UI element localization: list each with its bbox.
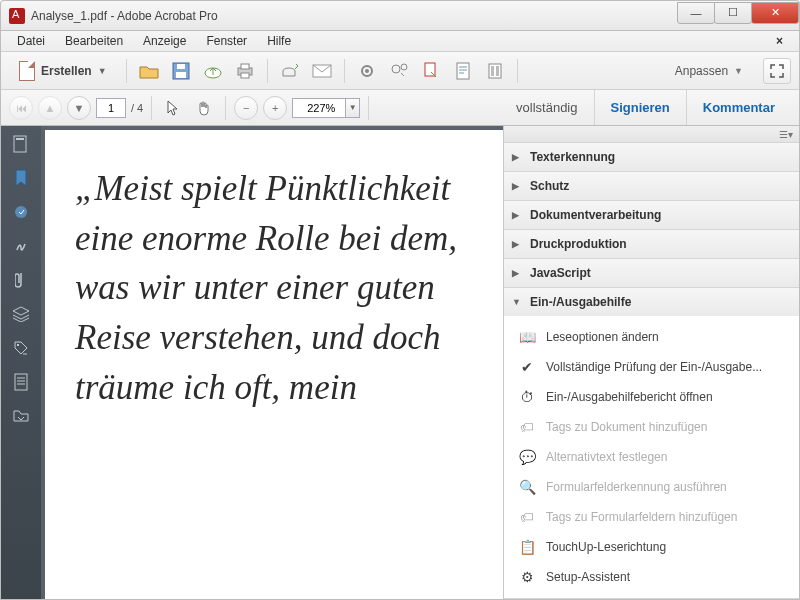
minimize-button[interactable]: — xyxy=(677,2,715,24)
document-viewport[interactable]: „Meist spielt Pünktlichkeit eine enorme … xyxy=(41,126,503,599)
tool-item[interactable]: ⏱Ein-/Ausgabehilfebericht öffnen xyxy=(504,382,799,412)
maximize-button[interactable]: ☐ xyxy=(714,2,752,24)
tool-label: TouchUp-Leserichtung xyxy=(546,540,666,554)
cloud-button[interactable] xyxy=(200,58,226,84)
nav-kommentar[interactable]: Kommentar xyxy=(686,90,791,125)
tool-icon: 🏷 xyxy=(518,508,536,526)
svg-rect-2 xyxy=(177,64,185,69)
tool-icon: ✔ xyxy=(518,358,536,376)
tool-icon: ⏱ xyxy=(518,388,536,406)
accordion-section[interactable]: ▶Druckproduktion xyxy=(504,230,799,258)
tool-label: Vollständige Prüfung der Ein-/Ausgabe... xyxy=(546,360,762,374)
tool-label: Leseoptionen ändern xyxy=(546,330,659,344)
share-button[interactable] xyxy=(277,58,303,84)
print-button[interactable] xyxy=(232,58,258,84)
window-title: Analyse_1.pdf - Adobe Acrobat Pro xyxy=(31,9,678,23)
thumbnails-icon[interactable] xyxy=(11,134,31,154)
menu-bearbeiten[interactable]: Bearbeiten xyxy=(55,32,133,50)
accordion-label: Druckproduktion xyxy=(530,237,627,251)
tool-label: Ein-/Ausgabehilfebericht öffnen xyxy=(546,390,713,404)
tool-icon: 💬 xyxy=(518,448,536,466)
menu-hilfe[interactable]: Hilfe xyxy=(257,32,301,50)
signatures-icon[interactable] xyxy=(11,236,31,256)
accordion-section[interactable]: ▶Dokumentverarbeitung xyxy=(504,201,799,229)
main-area: „Meist spielt Pünktlichkeit eine enorme … xyxy=(0,126,800,600)
form-button[interactable] xyxy=(450,58,476,84)
tool-icon: 📋 xyxy=(518,538,536,556)
zoom-out-button[interactable]: − xyxy=(234,96,258,120)
next-page-button[interactable]: ▼ xyxy=(67,96,91,120)
close-button[interactable]: ✕ xyxy=(751,2,799,24)
customize-button[interactable]: Anpassen ▼ xyxy=(667,60,751,82)
create-page-icon xyxy=(19,61,35,81)
attachments-icon[interactable] xyxy=(11,202,31,222)
tool-item[interactable]: ✔Vollständige Prüfung der Ein-/Ausgabe..… xyxy=(504,352,799,382)
layers-icon[interactable] xyxy=(11,304,31,324)
clip-icon[interactable] xyxy=(11,270,31,290)
menu-close-icon[interactable]: × xyxy=(766,32,793,50)
accordion-section[interactable]: ▶JavaScript xyxy=(504,259,799,287)
accordion-section[interactable]: ▶Texterkennung xyxy=(504,143,799,171)
zoom-input[interactable]: 227% xyxy=(292,98,346,118)
accordion-label: Schutz xyxy=(530,179,569,193)
menu-datei[interactable]: Datei xyxy=(7,32,55,50)
edit-pdf-button[interactable] xyxy=(418,58,444,84)
content-icon[interactable] xyxy=(11,406,31,426)
chevron-right-icon: ▶ xyxy=(512,152,522,162)
left-nav-pane xyxy=(1,126,41,599)
export-button[interactable] xyxy=(386,58,412,84)
tool-item[interactable]: ⚙Setup-Assistent xyxy=(504,562,799,592)
svg-rect-6 xyxy=(241,73,249,78)
zoom-in-button[interactable]: + xyxy=(263,96,287,120)
accordion-section[interactable]: ▶Schutz xyxy=(504,172,799,200)
document-text: „Meist spielt Pünktlichkeit eine enorme … xyxy=(75,164,483,412)
chevron-down-icon: ▼ xyxy=(734,66,743,76)
panel-menu-icon[interactable]: ☰▾ xyxy=(779,129,793,140)
svg-point-9 xyxy=(365,69,369,73)
fullscreen-button[interactable] xyxy=(763,58,791,84)
chevron-right-icon: ▶ xyxy=(512,268,522,278)
accordion-section[interactable]: ▼Ein-/Ausgabehilfe xyxy=(504,288,799,316)
order-icon[interactable] xyxy=(11,372,31,392)
menu-anzeige[interactable]: Anzeige xyxy=(133,32,196,50)
first-page-button[interactable]: ⏮ xyxy=(9,96,33,120)
bookmark-icon[interactable] xyxy=(11,168,31,188)
svg-rect-20 xyxy=(17,344,19,346)
chevron-down-icon: ▼ xyxy=(512,297,522,307)
tool-label: Tags zu Dokument hinzufügen xyxy=(546,420,707,434)
tool-item[interactable]: 📖Leseoptionen ändern xyxy=(504,322,799,352)
svg-rect-18 xyxy=(16,138,24,140)
svg-rect-1 xyxy=(176,72,186,78)
svg-rect-16 xyxy=(496,66,499,76)
svg-point-11 xyxy=(401,64,407,70)
create-label: Erstellen xyxy=(41,64,92,78)
tool-item: 🏷Tags zu Formularfeldern hinzufügen xyxy=(504,502,799,532)
chevron-right-icon: ▶ xyxy=(512,210,522,220)
accordion-label: Texterkennung xyxy=(530,150,615,164)
select-tool-button[interactable] xyxy=(160,95,186,121)
gear-button[interactable] xyxy=(354,58,380,84)
nav-vollstaendig[interactable]: vollständig xyxy=(500,90,593,125)
chevron-right-icon: ▶ xyxy=(512,239,522,249)
menu-fenster[interactable]: Fenster xyxy=(196,32,257,50)
zoom-dropdown-button[interactable]: ▼ xyxy=(346,98,360,118)
prev-page-button[interactable]: ▲ xyxy=(38,96,62,120)
hand-tool-button[interactable] xyxy=(191,95,217,121)
tool-item: 💬Alternativtext festlegen xyxy=(504,442,799,472)
create-button[interactable]: Erstellen ▼ xyxy=(9,57,117,85)
svg-point-10 xyxy=(392,65,400,73)
tool-icon: 🔍 xyxy=(518,478,536,496)
svg-rect-21 xyxy=(15,374,27,390)
page-number-input[interactable] xyxy=(96,98,126,118)
tool-item[interactable]: 📋TouchUp-Leserichtung xyxy=(504,532,799,562)
accordion-label: JavaScript xyxy=(530,266,591,280)
open-button[interactable] xyxy=(136,58,162,84)
chevron-right-icon: ▶ xyxy=(512,181,522,191)
multimedia-button[interactable] xyxy=(482,58,508,84)
email-button[interactable] xyxy=(309,58,335,84)
nav-signieren[interactable]: Signieren xyxy=(594,90,686,125)
svg-rect-14 xyxy=(489,64,501,78)
tags-icon[interactable] xyxy=(11,338,31,358)
accordion-label: Ein-/Ausgabehilfe xyxy=(530,295,631,309)
save-button[interactable] xyxy=(168,58,194,84)
